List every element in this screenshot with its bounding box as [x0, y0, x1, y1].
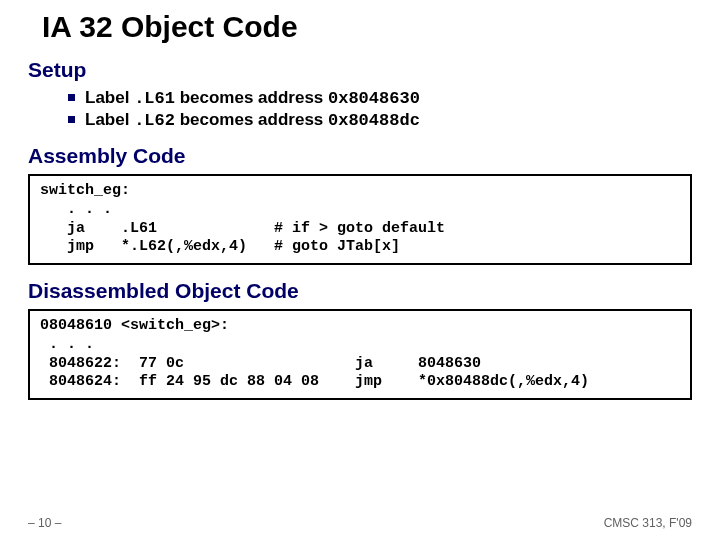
disasm-code-box: 08048610 <switch_eg>: . . . 8048622: 77 …	[28, 309, 692, 400]
setup-bullets: Label .L61 becomes address 0x8048630 Lab…	[68, 88, 692, 130]
square-bullet-icon	[68, 94, 75, 101]
square-bullet-icon	[68, 116, 75, 123]
bullet-text: Label .L62 becomes address 0x80488dc	[85, 110, 420, 130]
code-text: 0x8048630	[328, 89, 420, 108]
assembly-code-box: switch_eg: . . . ja .L61 # if > goto def…	[28, 174, 692, 265]
footer: – 10 – CMSC 313, F'09	[28, 516, 692, 530]
setup-heading: Setup	[28, 58, 692, 82]
page-title: IA 32 Object Code	[42, 10, 692, 44]
bullet-item: Label .L61 becomes address 0x8048630	[68, 88, 692, 108]
disasm-heading: Disassembled Object Code	[28, 279, 692, 303]
course-tag: CMSC 313, F'09	[604, 516, 692, 530]
code-text: .L62	[134, 111, 175, 130]
code-text: .L61	[134, 89, 175, 108]
text: Label	[85, 88, 134, 107]
code-text: 0x80488dc	[328, 111, 420, 130]
bullet-text: Label .L61 becomes address 0x8048630	[85, 88, 420, 108]
text: Label	[85, 110, 134, 129]
assembly-heading: Assembly Code	[28, 144, 692, 168]
text: becomes address	[175, 110, 328, 129]
page-number: – 10 –	[28, 516, 61, 530]
slide: IA 32 Object Code Setup Label .L61 becom…	[0, 0, 720, 540]
text: becomes address	[175, 88, 328, 107]
bullet-item: Label .L62 becomes address 0x80488dc	[68, 110, 692, 130]
